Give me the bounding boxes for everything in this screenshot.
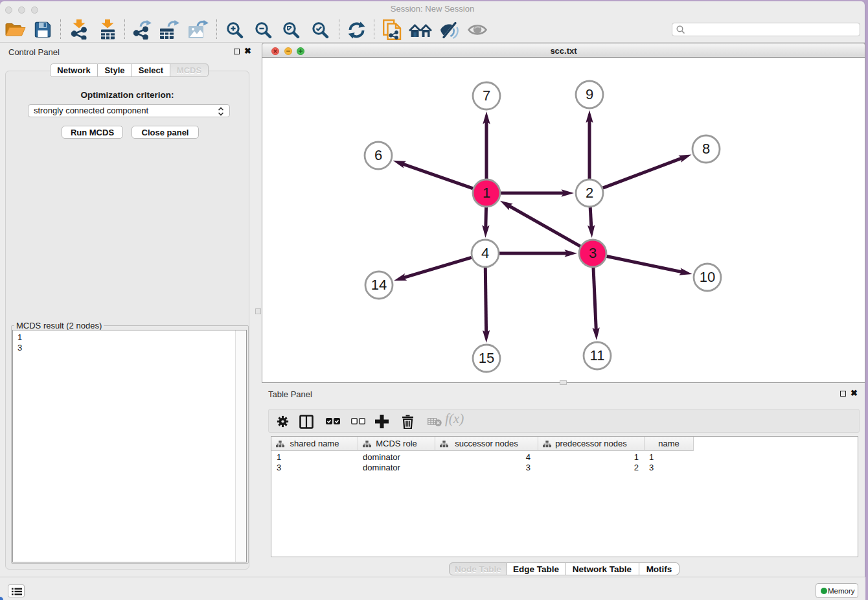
svg-text:3: 3 <box>589 245 597 261</box>
svg-text:1: 1 <box>483 185 490 201</box>
svg-text:14: 14 <box>371 277 387 293</box>
svg-text:10: 10 <box>700 269 715 285</box>
svg-text:6: 6 <box>374 147 382 163</box>
svg-text:15: 15 <box>479 350 494 366</box>
svg-text:11: 11 <box>590 347 605 363</box>
svg-text:2: 2 <box>586 185 593 201</box>
svg-text:7: 7 <box>483 87 490 104</box>
svg-text:8: 8 <box>702 141 710 157</box>
svg-text:9: 9 <box>586 86 593 102</box>
svg-text:4: 4 <box>481 245 489 261</box>
